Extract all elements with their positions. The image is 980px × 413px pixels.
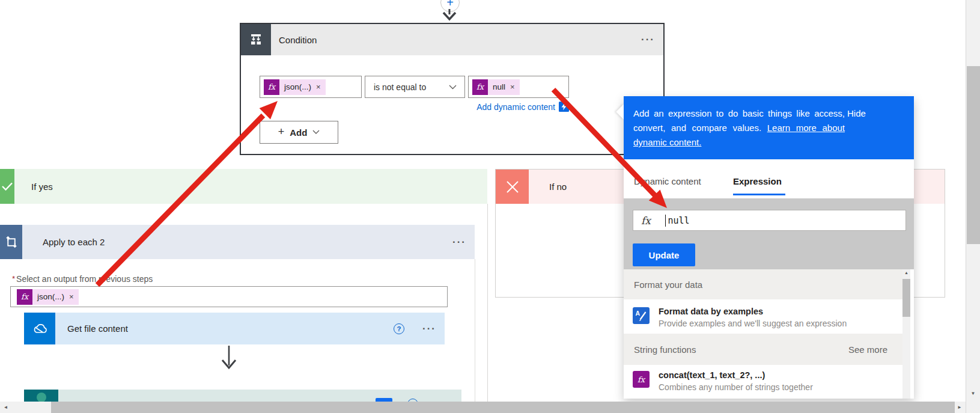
format-by-examples-icon: A bbox=[633, 307, 650, 324]
horizontal-scrollbar[interactable]: ◄ ► bbox=[0, 402, 966, 413]
tab-expression[interactable]: Expression bbox=[733, 176, 782, 186]
plus-icon: + bbox=[278, 126, 285, 138]
section-header-label: String functions bbox=[634, 344, 696, 355]
scroll-left-icon[interactable]: ◄ bbox=[1, 402, 10, 413]
fx-glyph: fx bbox=[638, 375, 645, 384]
chevron-down-icon bbox=[312, 130, 320, 135]
operator-value: is not equal to bbox=[374, 82, 426, 92]
required-mark: * bbox=[12, 274, 15, 283]
fx-icon: fx bbox=[633, 371, 650, 388]
apply-to-each-container-border bbox=[475, 259, 475, 402]
hide-button[interactable]: Hide bbox=[847, 108, 866, 118]
add-button-label: Add bbox=[290, 127, 307, 138]
condition-add-button[interactable]: + Add bbox=[260, 121, 338, 144]
vertical-scrollbar-thumb[interactable] bbox=[967, 66, 980, 244]
apply-to-each-menu-button[interactable]: ··· bbox=[452, 236, 466, 248]
vertical-scrollbar[interactable]: ▼ bbox=[966, 0, 980, 413]
expression-banner: Add an expression to do basic things lik… bbox=[624, 96, 914, 159]
update-button[interactable]: Update bbox=[633, 243, 695, 266]
help-icon[interactable]: ? bbox=[394, 323, 404, 334]
scroll-right-icon[interactable]: ► bbox=[955, 402, 964, 413]
check-icon bbox=[0, 169, 14, 204]
format-your-data-section-header: Format your data bbox=[624, 269, 902, 299]
expression-token[interactable]: fx json(...) × bbox=[17, 289, 79, 305]
item-title: concat(text_1, text_2?, ...) bbox=[659, 370, 765, 380]
if-yes-branch-header[interactable]: If yes bbox=[0, 169, 487, 204]
token-label: json(...) bbox=[284, 82, 311, 91]
condition-menu-button[interactable]: ··· bbox=[641, 34, 655, 46]
expression-editor: fx null Update bbox=[624, 198, 914, 269]
dynamic-content-panel: Add an expression to do basic things lik… bbox=[624, 96, 914, 399]
if-no-label: If no bbox=[549, 182, 567, 192]
condition-icon bbox=[241, 24, 271, 55]
add-dynamic-content-link[interactable]: Add dynamic content bbox=[476, 102, 555, 112]
onedrive-icon bbox=[24, 313, 55, 344]
item-subtitle: Combines any number of strings together bbox=[659, 382, 813, 392]
get-file-content-menu-button[interactable]: ··· bbox=[422, 323, 436, 335]
select-output-label: *Select an output from previous steps bbox=[12, 274, 153, 284]
svg-text:A: A bbox=[636, 310, 641, 317]
expression-input[interactable]: fx null bbox=[633, 210, 906, 231]
remove-token-button[interactable]: × bbox=[69, 293, 74, 301]
get-file-content-title: Get file content bbox=[67, 323, 128, 334]
fx-icon: fx bbox=[472, 79, 488, 95]
section-header-label: Format your data bbox=[634, 280, 702, 290]
scroll-up-icon[interactable]: ▲ bbox=[902, 271, 910, 275]
fx-icon: fx bbox=[264, 79, 279, 95]
item-subtitle: Provide examples and we'll suggest an ex… bbox=[659, 319, 847, 328]
active-tab-indicator bbox=[733, 194, 785, 195]
connector-arrow-icon bbox=[220, 346, 238, 373]
tab-dynamic-content[interactable]: Dynamic content bbox=[634, 176, 701, 186]
concat-function-item[interactable]: fx concat(text_1, text_2?, ...) Combines… bbox=[624, 365, 902, 399]
add-dynamic-content-row: Add dynamic content bbox=[241, 102, 569, 112]
token-label: null bbox=[493, 82, 505, 91]
fx-icon: fx bbox=[17, 289, 32, 305]
scroll-down-icon[interactable]: ▼ bbox=[966, 391, 980, 396]
plus-icon: + bbox=[446, 0, 454, 10]
panel-scrollbar[interactable]: ▲ bbox=[902, 269, 910, 399]
expression-token[interactable]: fx json(...) × bbox=[264, 79, 326, 95]
apply-to-each-title: Apply to each 2 bbox=[43, 237, 105, 247]
see-more-link[interactable]: See more bbox=[848, 344, 887, 355]
condition-card[interactable]: Condition ··· fx json(...) × is not equa… bbox=[240, 23, 665, 155]
dynamic-content-icon[interactable] bbox=[559, 102, 569, 112]
remove-token-button[interactable]: × bbox=[316, 83, 321, 91]
panel-scrollbar-thumb[interactable] bbox=[902, 279, 910, 317]
string-functions-section-header: String functions See more bbox=[624, 334, 902, 365]
banner-text: Add an expression to do basic things lik… bbox=[633, 106, 845, 150]
fx-icon: fx bbox=[641, 215, 651, 227]
condition-header: Condition ··· bbox=[241, 24, 663, 55]
chevron-down-icon bbox=[449, 85, 457, 90]
horizontal-scrollbar-thumb[interactable] bbox=[51, 402, 955, 413]
get-file-content-card[interactable]: Get file content ? ··· bbox=[24, 313, 445, 344]
condition-left-operand-field[interactable]: fx json(...) × bbox=[260, 76, 362, 98]
text-cursor bbox=[665, 215, 666, 227]
apply-to-each-card-header[interactable]: Apply to each 2 ··· bbox=[0, 225, 475, 259]
condition-right-operand-field[interactable]: fx null × bbox=[468, 76, 569, 98]
condition-title: Condition bbox=[279, 35, 317, 45]
format-by-examples-item[interactable]: A Format data by examples Provide exampl… bbox=[624, 299, 902, 334]
remove-token-button[interactable]: × bbox=[510, 83, 515, 91]
item-title: Format data by examples bbox=[659, 307, 763, 316]
condition-operator-dropdown[interactable]: is not equal to bbox=[365, 76, 465, 98]
if-yes-label: If yes bbox=[31, 182, 53, 192]
flow-designer-canvas: + Condition ··· fx json(. bbox=[0, 0, 980, 413]
if-yes-container-border bbox=[487, 204, 488, 402]
question-glyph: ? bbox=[397, 325, 401, 332]
cross-icon bbox=[496, 170, 529, 204]
token-label: json(...) bbox=[37, 292, 64, 301]
expression-token[interactable]: fx null × bbox=[472, 79, 520, 95]
select-output-input[interactable]: fx json(...) × bbox=[10, 286, 448, 307]
connector-arrow-icon bbox=[442, 9, 457, 21]
expression-value: null bbox=[668, 215, 689, 226]
field-label-text: Select an output from previous steps bbox=[16, 274, 153, 284]
update-button-label: Update bbox=[649, 250, 680, 260]
loop-icon bbox=[0, 225, 22, 259]
